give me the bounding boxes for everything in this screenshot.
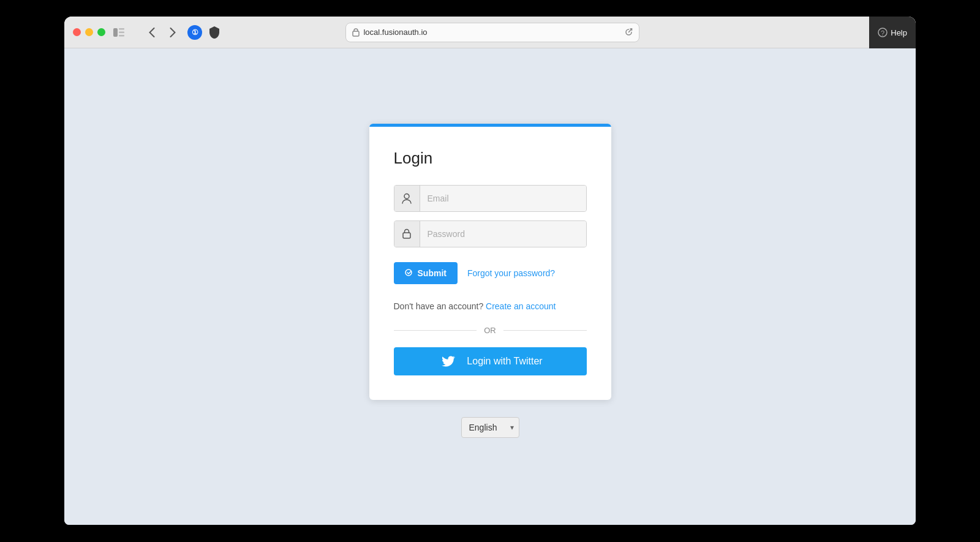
- email-input-group: [394, 185, 587, 212]
- nav-controls: [143, 24, 181, 41]
- twitter-button-label: Login with Twitter: [467, 356, 542, 367]
- email-input[interactable]: [420, 186, 586, 211]
- twitter-login-button[interactable]: Login with Twitter: [394, 347, 587, 375]
- browser-window: ① local.fusionauth.io: [64, 17, 916, 525]
- maximize-button[interactable]: [97, 28, 105, 36]
- svg-rect-1: [119, 28, 124, 30]
- twitter-icon: [437, 347, 459, 375]
- svg-rect-4: [353, 31, 359, 36]
- login-card: Login: [369, 124, 611, 400]
- language-selector: English Spanish French German ▾: [461, 417, 519, 438]
- browser-titlebar: ① local.fusionauth.io: [64, 17, 916, 48]
- traffic-lights: [73, 28, 105, 36]
- or-line-left: [394, 330, 477, 331]
- register-prompt: Don't have an account? Create an account: [394, 301, 587, 311]
- forward-button[interactable]: [164, 24, 181, 41]
- svg-rect-2: [119, 31, 124, 33]
- svg-rect-0: [113, 28, 118, 37]
- svg-rect-3: [119, 35, 124, 37]
- extension-icons: ①: [187, 25, 222, 40]
- card-body: Login: [369, 127, 611, 400]
- back-button[interactable]: [143, 24, 160, 41]
- shield-icon[interactable]: [207, 25, 222, 40]
- svg-point-9: [405, 269, 412, 276]
- svg-point-7: [404, 194, 409, 198]
- or-divider: OR: [394, 326, 587, 335]
- minimize-button[interactable]: [85, 28, 93, 36]
- address-bar-wrap: local.fusionauth.io: [345, 23, 639, 42]
- help-label: Help: [891, 28, 907, 37]
- help-button[interactable]: ? Help: [869, 17, 916, 48]
- submit-row: Submit Forgot your password?: [394, 262, 587, 284]
- svg-rect-8: [403, 233, 410, 238]
- submit-button[interactable]: Submit: [394, 262, 458, 284]
- address-bar[interactable]: local.fusionauth.io: [345, 23, 639, 42]
- forgot-password-link[interactable]: Forgot your password?: [467, 268, 555, 278]
- page-title: Login: [394, 149, 587, 168]
- language-dropdown[interactable]: English Spanish French German: [461, 417, 519, 438]
- lock-icon: [394, 221, 420, 247]
- url-text: local.fusionauth.io: [363, 28, 427, 37]
- create-account-link[interactable]: Create an account: [486, 301, 556, 311]
- sidebar-toggle-icon[interactable]: [111, 25, 126, 40]
- language-select-wrap: English Spanish French German ▾: [461, 417, 519, 438]
- 1password-icon[interactable]: ①: [187, 25, 202, 40]
- password-input-group: [394, 220, 587, 247]
- or-line-right: [503, 330, 587, 331]
- password-input[interactable]: [420, 221, 586, 247]
- close-button[interactable]: [73, 28, 81, 36]
- page-content: Login: [64, 48, 916, 525]
- user-icon: [394, 186, 420, 211]
- svg-text:?: ?: [881, 29, 884, 37]
- or-text: OR: [484, 326, 496, 335]
